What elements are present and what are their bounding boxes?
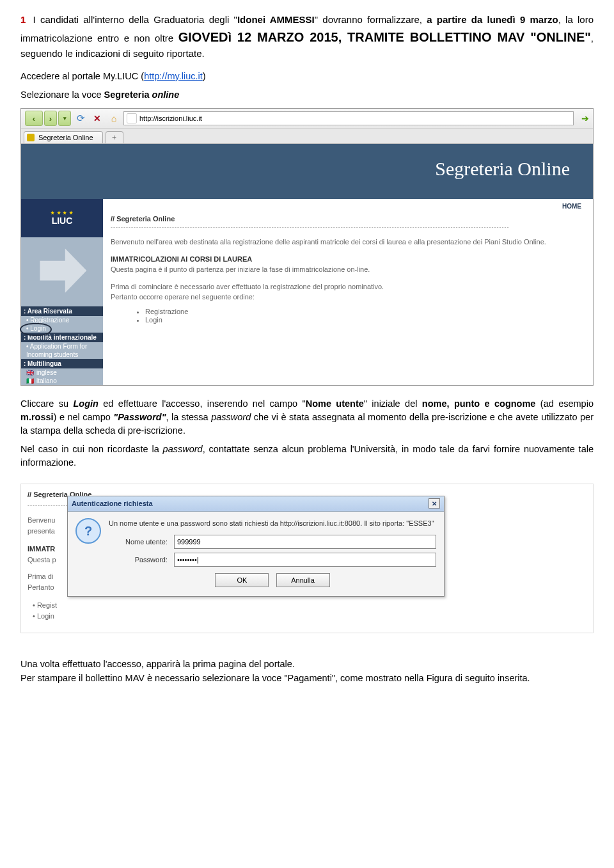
immat-heading: IMMATRICOLAZIONI AI CORSI DI LAUREA — [111, 255, 252, 263]
auth-dialog: Autenticazione richiesta ✕ ? Un nome ute… — [67, 496, 445, 597]
tramite-bold: TRAMITE BOLLETTINO MAV "ONLINE" — [342, 30, 591, 44]
sidebar-item-login[interactable]: Login — [21, 324, 103, 333]
sidebar-reg-label: Registrazione — [26, 317, 69, 324]
cancel-button[interactable]: Annulla — [276, 573, 330, 587]
sidebar-item-italiano[interactable]: 🇮🇹italiano — [21, 377, 103, 385]
segreteria-page: Segreteria Online ★ ★ ★ ★ LIUC : Area Ri… — [21, 144, 593, 385]
password-input[interactable] — [174, 553, 436, 567]
nome-utente-bold: Nome utente — [306, 398, 364, 409]
back-button[interactable]: ‹ — [25, 111, 43, 126]
immat-block: IMMATRICOLAZIONI AI CORSI DI LAUREA Ques… — [111, 254, 585, 275]
pagamenti-bold: Pagamenti — [288, 673, 332, 683]
accedere-paragraph: Accedere al portale My.LIUC (http://my.l… — [20, 70, 594, 83]
list-item-registrazione: Registrazione — [145, 308, 585, 315]
auth-snippet: // Segreteria Online -------------------… — [20, 484, 594, 633]
selezionare-pre: Selezionare la voce — [20, 90, 104, 100]
url-text: http://iscrizioni.liuc.it — [139, 114, 202, 122]
login-mid4: ) e nel campo — [54, 412, 114, 422]
from-date-bold: a partire da lunedì 9 marzo — [427, 14, 558, 25]
nav-buttons: ‹ › ▾ — [25, 111, 71, 126]
intro-mid: " dovranno formalizzare, — [315, 14, 427, 25]
logo-stars-icon: ★ ★ ★ ★ — [51, 210, 74, 216]
step-number: 1 — [20, 14, 26, 25]
prima-block: Prima di cominciare è necessario aver ef… — [111, 281, 585, 303]
deadline-bold: GIOVEDì 12 MARZO 2015, — [178, 30, 342, 44]
caso-paragraph: Nel caso in cui non ricordaste la passwo… — [20, 443, 594, 470]
svg-marker-0 — [40, 249, 86, 293]
password-label: Password: — [109, 555, 174, 565]
liuc-logo: ★ ★ ★ ★ LIUC — [21, 199, 103, 237]
stop-button[interactable]: ✕ — [90, 111, 104, 125]
question-icon: ? — [75, 518, 101, 544]
immat-text: Questa pagina è il punto di partenza per… — [111, 265, 370, 273]
main-content: HOME // Segreteria Online --------------… — [103, 199, 593, 385]
sidebar-app-line1: Application Form for — [26, 343, 87, 350]
go-arrow-icon[interactable]: ➔ — [581, 113, 589, 123]
sidebar: ★ ★ ★ ★ LIUC : Area Riservata Registrazi… — [21, 199, 103, 385]
dialog-row-username: Nome utente: — [109, 535, 436, 549]
sidebar-login-label: Login — [26, 325, 46, 332]
big-arrow-icon — [21, 237, 103, 306]
flag-uk-icon: 🇬🇧 — [26, 369, 34, 376]
reload-button[interactable]: ⟳ — [74, 111, 88, 125]
history-dropdown[interactable]: ▾ — [58, 111, 71, 126]
final-line2: Per stampare il bollettino MAV è necessa… — [20, 672, 594, 686]
snippet-li-reg: Regist — [33, 600, 586, 611]
page-body: ★ ★ ★ ★ LIUC : Area Riservata Registrazi… — [21, 199, 593, 385]
snippet-li-login: Login — [33, 611, 586, 622]
page-title: Segreteria Online — [435, 158, 570, 180]
accedere-pre: Accedere al portale My.LIUC ( — [20, 71, 144, 81]
dialog-titlebar: Autenticazione richiesta ✕ — [68, 496, 444, 512]
sidebar-app-line2: Incoming students — [26, 351, 78, 358]
sidebar-item-inglese[interactable]: 🇬🇧inglese — [21, 368, 103, 377]
snippet-list: Regist Login — [33, 600, 586, 621]
home-button[interactable]: ⌂ — [107, 111, 121, 125]
login-pre: Cliccare su — [20, 398, 73, 409]
dialog-message: Un nome utente e una password sono stati… — [109, 518, 436, 529]
flag-it-icon: 🇮🇹 — [26, 377, 34, 384]
sidebar-item-registrazione[interactable]: Registrazione — [21, 316, 103, 324]
tab-segreteria[interactable]: Segreteria Online — [24, 131, 103, 143]
sidebar-item-application[interactable]: Application Form for — [21, 342, 103, 351]
password-quoted: "Password" — [113, 412, 166, 422]
sidebar-italiano-label: italiano — [36, 377, 57, 384]
caso-password-italic: password — [163, 444, 203, 454]
dialog-main: Un nome utente e una password sono stati… — [109, 518, 436, 588]
sidebar-area-header: : Area Riservata — [21, 306, 103, 316]
address-bar[interactable]: http://iscrizioni.liuc.it — [123, 111, 574, 125]
login-word: Login — [73, 398, 98, 409]
sidebar-item-application-line2: Incoming students — [21, 351, 103, 359]
caso-pre: Nel caso in cui non ricordaste la — [20, 444, 163, 454]
question-glyph: ? — [84, 521, 92, 541]
final-l2-pre: Per stampare il bollettino MAV è necessa… — [20, 673, 288, 683]
ok-button[interactable]: OK — [215, 573, 269, 587]
myliuc-link[interactable]: http://my.liuc.it — [144, 71, 203, 81]
final-paragraph: Una volta effettuato l'accesso, apparirà… — [20, 658, 594, 686]
page-header: Segreteria Online — [21, 144, 593, 199]
login-mid2: " iniziale del — [364, 398, 422, 409]
mrossi-example: m.rossi — [20, 412, 54, 422]
snippet-background: // Segreteria Online -------------------… — [21, 484, 593, 633]
final-l2-post: ", come mostrato nella Figura di seguito… — [332, 673, 530, 683]
new-tab-button[interactable]: + — [106, 131, 123, 143]
breadcrumb: // Segreteria Online — [111, 215, 585, 223]
login-paragraph: Cliccare su Login ed effettuare l'access… — [20, 397, 594, 438]
login-mid: ed effettuare l'accesso, inserendo nel c… — [98, 398, 306, 409]
dialog-title-text: Autenticazione richiesta — [72, 498, 153, 509]
intro-pre: I candidati all'interno della Graduatori… — [28, 14, 237, 25]
tab-favicon — [27, 134, 35, 141]
final-line1: Una volta effettuato l'accesso, apparirà… — [20, 658, 594, 672]
tab-label: Segreteria Online — [38, 134, 93, 141]
welcome-text: Benvenuto nell'area web destinata alla r… — [111, 237, 585, 248]
dialog-body: ? Un nome utente e una password sono sta… — [68, 512, 444, 597]
list-item-login: Login — [145, 316, 585, 324]
accedere-post: ) — [203, 71, 206, 81]
dialog-close-button[interactable]: ✕ — [429, 498, 440, 509]
liuc-text: LIUC — [52, 216, 73, 226]
tab-strip: Segreteria Online + — [21, 129, 593, 144]
sidebar-inglese-label: inglese — [36, 369, 57, 376]
home-link[interactable]: HOME — [111, 203, 585, 210]
prima-line1: Prima di cominciare è necessario aver ef… — [111, 283, 384, 290]
username-input[interactable] — [174, 535, 436, 549]
forward-button[interactable]: › — [44, 111, 57, 126]
